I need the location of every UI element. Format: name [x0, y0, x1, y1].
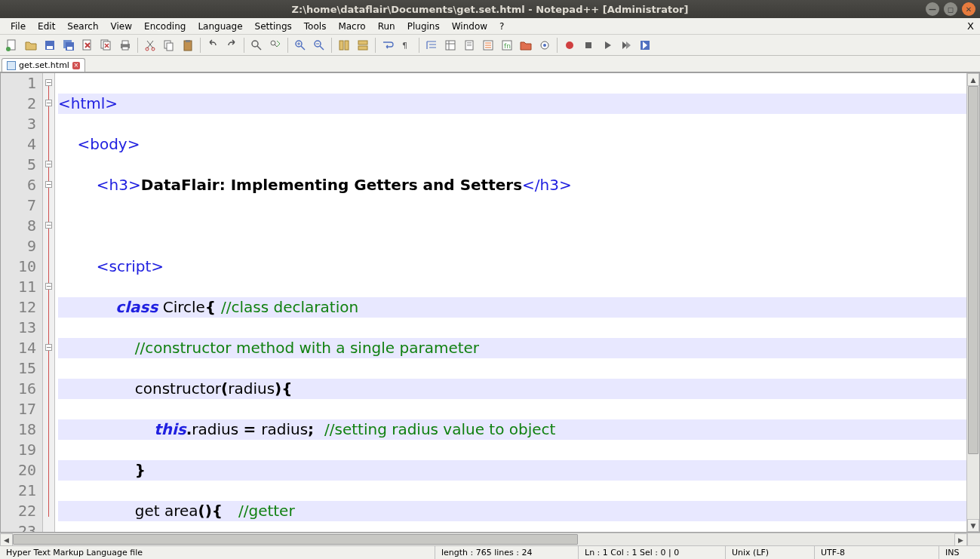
menubar-close-icon[interactable]: X [967, 20, 974, 32]
play-icon[interactable] [598, 37, 616, 54]
menu-window[interactable]: Window [446, 20, 493, 33]
svg-rect-28 [446, 41, 455, 50]
svg-rect-25 [358, 41, 367, 45]
menu-help[interactable]: ? [493, 20, 510, 33]
tab-label: get.set.html [19, 60, 69, 70]
zoom-in-icon[interactable] [291, 37, 309, 54]
svg-rect-18 [186, 40, 190, 42]
menu-run[interactable]: Run [372, 20, 401, 33]
svg-rect-6 [67, 47, 72, 50]
svg-rect-24 [345, 41, 349, 50]
svg-rect-31 [467, 44, 472, 45]
new-file-icon[interactable] [3, 37, 21, 54]
save-macro-icon[interactable] [636, 37, 654, 54]
menu-file[interactable]: File [5, 20, 32, 33]
redo-icon[interactable] [223, 37, 241, 54]
svg-rect-16 [167, 43, 173, 51]
play-multi-icon[interactable] [617, 37, 635, 54]
wordwrap-icon[interactable] [379, 37, 397, 54]
statusbar: Hyper Text Markup Language file length :… [0, 545, 980, 559]
menu-macro[interactable]: Macro [332, 20, 371, 33]
tab-get-set-html[interactable]: get.set.html × [2, 58, 85, 72]
status-encoding: UTF-8 [815, 546, 939, 559]
svg-rect-26 [358, 46, 367, 50]
menu-search[interactable]: Search [61, 20, 104, 33]
svg-rect-12 [122, 47, 128, 50]
save-all-icon[interactable] [60, 37, 78, 54]
scroll-left-icon[interactable]: ◀ [0, 533, 13, 546]
func-list-icon[interactable]: fn [498, 37, 516, 54]
minimize-button[interactable]: — [926, 2, 939, 16]
monitoring-icon[interactable] [536, 37, 554, 54]
toolbar: ¶ fn [0, 35, 980, 56]
record-icon[interactable] [561, 37, 579, 54]
status-length: length : 765 lines : 24 [435, 546, 579, 559]
fold-column[interactable]: − − − − − − − [43, 73, 55, 532]
menu-edit[interactable]: Edit [32, 20, 61, 33]
scroll-up-icon[interactable]: ▲ [967, 73, 979, 86]
folder-workspace-icon[interactable] [517, 37, 535, 54]
maximize-button[interactable]: ◻ [944, 2, 957, 16]
sync-h-icon[interactable] [354, 37, 372, 54]
all-chars-icon[interactable]: ¶ [398, 37, 416, 54]
window-titlebar: Z:\home\dataflair\Documents\get.set.html… [0, 0, 980, 18]
svg-rect-3 [47, 46, 53, 49]
status-eol: Unix (LF) [726, 546, 815, 559]
doc-list-icon[interactable] [479, 37, 497, 54]
menu-encoding[interactable]: Encoding [138, 20, 192, 33]
menu-tools[interactable]: Tools [298, 20, 333, 33]
menubar: File Edit Search View Encoding Language … [0, 18, 980, 35]
cut-icon[interactable] [141, 37, 159, 54]
close-button[interactable]: ✕ [962, 2, 975, 16]
close-file-icon[interactable] [78, 37, 97, 54]
zoom-out-icon[interactable] [310, 37, 328, 54]
svg-point-38 [566, 41, 573, 49]
menu-language[interactable]: Language [192, 20, 248, 33]
print-icon[interactable] [116, 37, 134, 54]
svg-rect-11 [122, 41, 128, 45]
save-icon[interactable] [41, 37, 59, 54]
status-position: Ln : 1 Col : 1 Sel : 0 | 0 [579, 546, 726, 559]
svg-text:fn: fn [504, 42, 511, 50]
scroll-right-icon[interactable]: ▶ [954, 533, 967, 546]
find-icon[interactable] [247, 37, 266, 54]
status-language: Hyper Text Markup Language file [0, 546, 435, 559]
window-title: Z:\home\dataflair\Documents\get.set.html… [292, 4, 689, 15]
menu-settings[interactable]: Settings [249, 20, 298, 33]
svg-point-37 [543, 44, 546, 47]
copy-icon[interactable] [160, 37, 178, 54]
svg-rect-39 [585, 42, 591, 48]
doc-map-icon[interactable] [460, 37, 478, 54]
tab-close-icon[interactable]: × [72, 62, 80, 69]
open-file-icon[interactable] [22, 37, 40, 54]
replace-icon[interactable] [266, 37, 284, 54]
menu-view[interactable]: View [105, 20, 138, 33]
svg-rect-23 [339, 41, 343, 50]
svg-rect-32 [467, 45, 472, 46]
scroll-down-icon[interactable]: ▼ [967, 519, 979, 532]
indent-guide-icon[interactable] [422, 37, 441, 54]
vertical-scrollbar[interactable]: ▲ ▼ [966, 73, 979, 532]
undo-icon[interactable] [204, 37, 222, 54]
paste-icon[interactable] [179, 37, 197, 54]
code-area[interactable]: <html> <body> <h3>DataFlair: Implementin… [55, 73, 966, 532]
sync-v-icon[interactable] [335, 37, 353, 54]
svg-point-1 [6, 47, 11, 51]
svg-rect-30 [467, 42, 472, 43]
status-insert-mode[interactable]: INS [939, 546, 980, 559]
ud-lang-icon[interactable] [441, 37, 459, 54]
file-icon [7, 61, 16, 70]
line-number-gutter: 1234567891011121314151617181920212223 [1, 73, 43, 532]
menu-plugins[interactable]: Plugins [401, 20, 446, 33]
close-all-icon[interactable] [97, 37, 115, 54]
tabbar: get.set.html × [0, 56, 980, 72]
svg-point-19 [252, 41, 258, 47]
horizontal-scrollbar[interactable]: ◀ ▶ [0, 533, 980, 545]
svg-text:¶: ¶ [402, 41, 407, 51]
stop-icon[interactable] [579, 37, 598, 54]
editor[interactable]: 1234567891011121314151617181920212223 − … [0, 72, 980, 533]
